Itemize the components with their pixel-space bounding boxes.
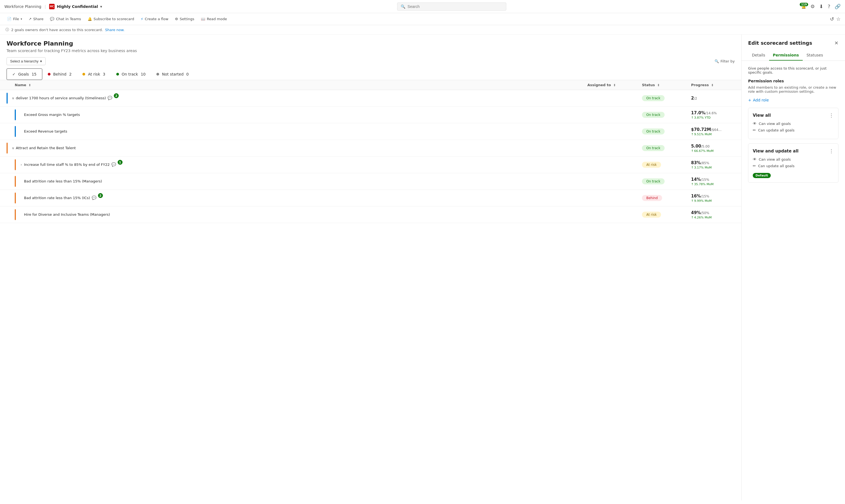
filter-button[interactable]: 🔍 Filter by	[715, 59, 735, 63]
status-cell: On track	[642, 178, 691, 184]
behind-dot	[48, 73, 51, 75]
settings-label: Settings	[180, 17, 194, 21]
progress-cell: $70.72M/$64…9.51% MoM	[691, 127, 735, 136]
status-col-header[interactable]: Status ↕	[642, 83, 691, 87]
add-role-button[interactable]: + Add role	[748, 98, 839, 102]
expand-button[interactable]: ∨	[11, 95, 16, 101]
panel-header: Edit scorecard settings ✕	[742, 35, 845, 50]
panel-description: Give people access to this scorecard, or…	[748, 66, 839, 74]
progress-change: 66.67% MoM	[691, 149, 735, 153]
help-icon[interactable]: ?	[828, 3, 830, 9]
color-bar	[15, 193, 16, 203]
stat-at-risk[interactable]: At risk 3	[77, 69, 110, 79]
role-view-update-perm2-label: Can update all goals	[758, 164, 794, 168]
progress-target: /$64…	[711, 128, 722, 132]
hierarchy-bar: Select a hierarchy ▾ 🔍 Filter by	[0, 57, 741, 69]
stat-not-started[interactable]: Not started 0	[151, 69, 194, 79]
eye-icon: 👁	[753, 121, 757, 126]
color-bar	[6, 93, 7, 104]
expand-button[interactable]: ›	[19, 162, 24, 167]
status-sort-icon: ↕	[657, 84, 660, 87]
tab-permissions[interactable]: Permissions	[769, 50, 803, 60]
goal-name: Bad attrition rate less than 15% (Manage…	[24, 179, 587, 184]
role-view-update-more[interactable]: ⋮	[829, 148, 834, 154]
tab-statuses[interactable]: Statuses	[803, 50, 827, 60]
role-view-update-perm1: 👁 Can view all goals	[753, 157, 834, 161]
table-row[interactable]: Exceed Gross margin % targets On track 1…	[0, 107, 741, 123]
status-cell: On track	[642, 95, 691, 101]
role-card-view-update-header: View and update all ⋮	[753, 148, 834, 154]
stat-behind[interactable]: Behind 2	[42, 69, 77, 79]
download-icon[interactable]: ⬇	[819, 3, 823, 9]
progress-cell: 17.0%/14.6%3.87% YTD	[691, 110, 735, 120]
comment-indicator: 💬 2	[92, 195, 103, 201]
progress-target: /15%	[701, 178, 709, 182]
progress-main: 2	[691, 96, 694, 101]
top-bar-left: Workforce Planning | HC Highly Confident…	[4, 4, 102, 9]
close-panel-button[interactable]: ✕	[834, 40, 839, 46]
file-label: File	[13, 17, 19, 21]
filter-label: Filter by	[721, 59, 735, 63]
stat-goals[interactable]: ✓ Goals 15	[6, 69, 42, 80]
progress-cell: 14%/15%35.78% MoM	[691, 177, 735, 186]
role-view-all-more[interactable]: ⋮	[829, 112, 834, 118]
subscribe-button[interactable]: 🔔 Subscribe to scorecard	[85, 15, 137, 23]
main-content: Workforce Planning Team scorecard for tr…	[0, 35, 845, 501]
progress-main: $70.72M	[691, 127, 711, 132]
comment-count: 2	[114, 93, 119, 98]
color-bar	[15, 126, 16, 137]
settings-gear-icon: ⚙	[175, 17, 178, 21]
table-row[interactable]: Exceed Revenue targets On track $70.72M/…	[0, 123, 741, 140]
role-card-view-update-all: View and update all ⋮ 👁 Can view all goa…	[748, 143, 839, 183]
share-button[interactable]: ↗ Share	[26, 15, 46, 23]
table-row[interactable]: › Increase full time staff % to 85% by e…	[0, 157, 741, 173]
star-icon[interactable]: ☆	[836, 16, 841, 22]
assigned-col-header[interactable]: Assigned to ↕	[587, 83, 642, 87]
table-row[interactable]: Bad attrition rate less than 15% (ICs) 💬…	[0, 190, 741, 206]
plus-icon: +	[748, 98, 751, 102]
doc-caret[interactable]: ▾	[100, 4, 102, 9]
add-role-label: Add role	[753, 98, 769, 102]
progress-change: 9.51% MoM	[691, 132, 735, 136]
at-risk-dot	[83, 73, 85, 75]
status-cell: At risk	[642, 212, 691, 218]
hierarchy-selector[interactable]: Select a hierarchy ▾	[6, 57, 46, 65]
role-view-update-perm1-label: Can view all goals	[759, 157, 791, 161]
create-flow-label: Create a flow	[145, 17, 169, 21]
read-mode-button[interactable]: 📖 Read mode	[198, 15, 230, 23]
role-card-view-all: View all ⋮ 👁 Can view all goals ✏ Can up…	[748, 108, 839, 139]
toolbar: 📄 File ▾ ↗ Share 💬 Chat in Teams 🔔 Subsc…	[0, 13, 845, 25]
name-col-header[interactable]: Name ↕	[15, 83, 587, 87]
permission-roles-title: Permission roles	[748, 79, 839, 83]
subscribe-icon: 🔔	[88, 17, 92, 21]
share-link-icon[interactable]: 🔗	[834, 3, 841, 9]
teams-icon: 💬	[50, 17, 54, 21]
progress-main: 83%	[691, 160, 701, 165]
table-row[interactable]: Bad attrition rate less than 15% (Manage…	[0, 173, 741, 190]
progress-cell: 2/2	[691, 96, 735, 101]
table-row[interactable]: ∨ Attract and Retain the Best Talent On …	[0, 140, 741, 157]
settings-icon[interactable]: ⚙	[810, 3, 815, 9]
notifications-button[interactable]: 🔔 119	[801, 4, 806, 9]
share-now-link[interactable]: Share now.	[105, 28, 124, 32]
create-flow-button[interactable]: ⚡ Create a flow	[138, 15, 171, 23]
stat-on-track[interactable]: On track 10	[111, 69, 151, 79]
table-row[interactable]: ∨ deliver 1700 hours of service annually…	[0, 90, 741, 107]
table-row[interactable]: Hire for Diverse and Inclusive Teams (Ma…	[0, 206, 741, 223]
search-input[interactable]	[407, 4, 503, 9]
file-menu[interactable]: 📄 File ▾	[4, 15, 25, 23]
color-bar	[6, 143, 7, 154]
chat-teams-button[interactable]: 💬 Chat in Teams	[47, 15, 84, 23]
comment-indicator: 💬 2	[107, 95, 119, 101]
progress-col-header[interactable]: Progress ↕	[691, 83, 735, 87]
status-cell: On track	[642, 112, 691, 118]
chat-label: Chat in Teams	[56, 17, 81, 21]
expand-button[interactable]: ∨	[11, 145, 16, 151]
progress-cell: 5.00/5.0066.67% MoM	[691, 144, 735, 153]
tab-details[interactable]: Details	[748, 50, 769, 60]
separator: |	[45, 4, 46, 9]
refresh-icon[interactable]: ↺	[830, 16, 834, 22]
color-bar	[15, 109, 16, 120]
settings-button[interactable]: ⚙ Settings	[172, 15, 197, 23]
role-card-view-all-header: View all ⋮	[753, 112, 834, 118]
